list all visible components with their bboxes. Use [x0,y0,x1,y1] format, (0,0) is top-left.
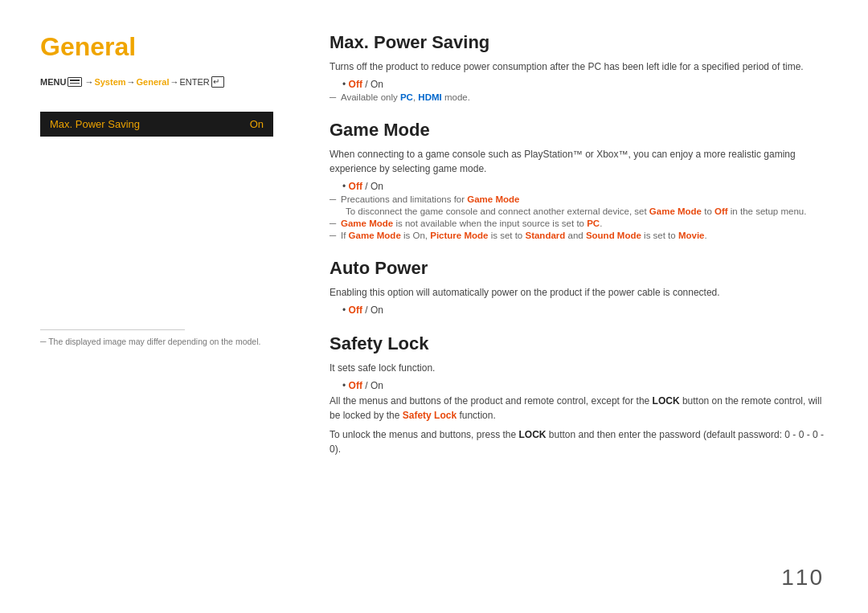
off-label-2: Off [349,181,362,192]
divider [40,329,185,330]
game-mode-precaution-header: Precautions and limitations for Game Mod… [330,194,828,204]
lock-bold-2: LOCK [518,429,546,440]
on-label-3: On [371,304,383,316]
right-panel: Max. Power Saving Turns off the product … [297,32,828,589]
arrow3: → [170,77,179,87]
safety-lock-desc2: All the menus and buttons of the product… [330,394,828,423]
system-link: System [94,77,125,87]
picture-mode-link: Picture Mode [430,231,488,240]
selected-item-value: On [250,118,264,130]
off-label-1: Off [349,79,362,90]
section-title-max-power-saving: Max. Power Saving [330,32,828,53]
section-title-game-mode: Game Mode [330,120,828,141]
menu-label: MENU [40,77,66,87]
game-mode-bullet: Off / On [342,181,828,192]
game-mode-note-1: Game Mode is not available when the inpu… [330,219,828,228]
off-label-4: Off [349,380,362,391]
menu-icon [68,77,82,87]
pc-label: PC [400,92,413,102]
section-title-auto-power: Auto Power [330,258,828,279]
enter-label: ENTER [180,77,210,87]
game-mode-link-2: Game Mode [649,206,702,216]
safety-lock-desc1: It sets safe lock function. [330,361,828,375]
slash-1: / [362,79,371,90]
slash-3: / [362,304,371,316]
arrow2: → [127,77,136,87]
max-power-saving-desc: Turns off the product to reduce power co… [330,59,828,74]
game-mode-desc: When connecting to a game console such a… [330,147,828,176]
page-number: 110 [781,565,824,591]
game-mode-note-2: If Game Mode is On, Picture Mode is set … [330,231,828,240]
off-label-3: Off [349,304,362,316]
safety-lock-link: Safety Lock [403,410,457,421]
pc-link-1: PC [587,219,600,228]
left-panel: General MENU → System → General → ENTER … [40,32,297,589]
section-auto-power: Auto Power Enabling this option will aut… [330,258,828,316]
section-game-mode: Game Mode When connecting to a game cons… [330,120,828,240]
enter-icon [211,76,224,88]
general-link: General [137,77,170,87]
movie-link: Movie [678,231,705,240]
footnote: The displayed image may differ depending… [40,337,273,346]
arrow1: → [84,77,93,87]
auto-power-desc: Enabling this option will automatically … [330,285,828,300]
selected-menu-item[interactable]: Max. Power Saving On [40,112,273,137]
section-title-safety-lock: Safety Lock [330,333,828,354]
section-safety-lock: Safety Lock It sets safe lock function. … [330,333,828,456]
page-title: General [40,32,273,62]
sound-mode-link: Sound Mode [586,231,641,240]
section-max-power-saving: Max. Power Saving Turns off the product … [330,32,828,102]
menu-path: MENU → System → General → ENTER [40,76,273,88]
game-mode-link-4: Game Mode [349,231,401,240]
selected-item-label: Max. Power Saving [50,118,140,130]
on-label-1: On [371,79,383,90]
game-mode-link-3: Game Mode [341,219,393,228]
auto-power-bullet: Off / On [342,304,828,316]
standard-link: Standard [525,231,565,240]
hdmi-label: HDMI [418,92,441,102]
on-label-2: On [371,181,383,192]
safety-lock-desc3: To unlock the menus and buttons, press t… [330,427,828,456]
off-link-1: Off [714,206,728,216]
slash-2: / [362,181,371,192]
on-label-4: On [371,380,383,391]
max-power-saving-bullet: Off / On [342,79,828,90]
game-mode-precaution-detail: To disconnect the game console and conne… [346,206,828,216]
safety-lock-bullet: Off / On [342,380,828,391]
game-mode-link-1: Game Mode [467,194,519,204]
lock-bold-1: LOCK [653,395,680,407]
max-power-saving-note: Available only PC, HDMI mode. [330,92,828,102]
slash-4: / [362,380,371,391]
